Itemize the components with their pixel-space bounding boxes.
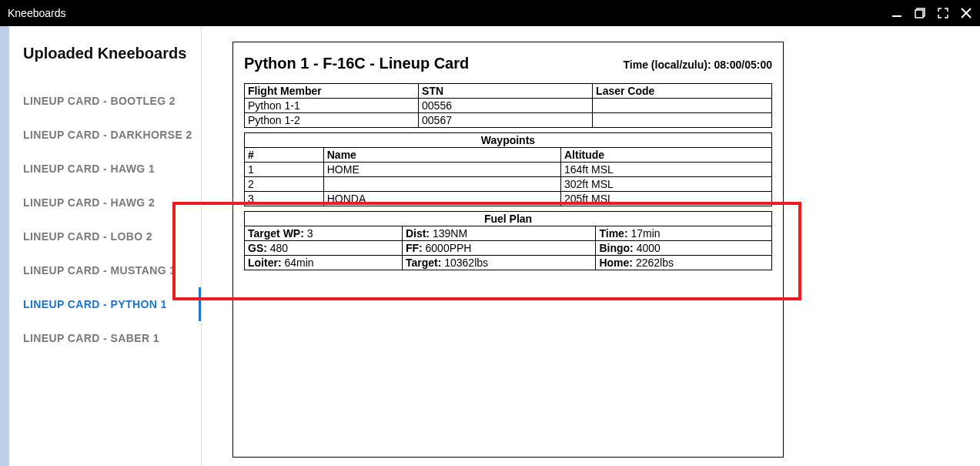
sidebar-item-saber-1[interactable]: LINEUP CARD - SABER 1 (23, 321, 201, 355)
cell-wp-alt: 164ft MSL (561, 163, 772, 177)
window-title: Kneeboards (8, 7, 66, 19)
sidebar-item-hawg-2[interactable]: LINEUP CARD - HAWG 2 (23, 186, 201, 220)
cell-time: Time: 17min (596, 226, 772, 241)
sidebar-item-lobo-2[interactable]: LINEUP CARD - LOBO 2 (23, 220, 201, 253)
cell-stn: 00567 (419, 113, 593, 128)
sidebar-item-label: LINEUP CARD - DARKHORSE 2 (23, 129, 192, 141)
col-wp-alt: Altitude (561, 148, 772, 163)
cell-wp-name: HONDA (323, 192, 560, 206)
lineup-card: Python 1 - F-16C - Lineup Card Time (loc… (232, 42, 784, 458)
card-time: Time (local/zulu): 08:00/05:00 (624, 59, 772, 71)
sidebar-item-label: LINEUP CARD - HAWG 2 (23, 196, 155, 209)
sidebar-item-label: LINEUP CARD - LOBO 2 (23, 230, 152, 243)
sidebar-item-python-1[interactable]: LINEUP CARD - PYTHON 1 (23, 287, 201, 321)
sidebar-item-mustang-1[interactable]: LINEUP CARD - MUSTANG 1 (23, 253, 201, 287)
sidebar-item-label: LINEUP CARD - HAWG 1 (23, 163, 155, 175)
minimize-icon[interactable] (891, 7, 903, 19)
table-row: Loiter: 64min Target: 10362lbs Home: 226… (245, 256, 772, 270)
flight-member-table: Flight Member STN Laser Code Python 1-1 … (244, 83, 772, 128)
fuel-header: Fuel Plan (245, 212, 772, 226)
cell-wp-alt: 205ft MSL (561, 192, 772, 206)
sidebar: Uploaded Kneeboards LINEUP CARD - BOOTLE… (9, 26, 202, 466)
col-wp-name: Name (323, 148, 560, 163)
waypoints-header: Waypoints (245, 133, 772, 148)
sidebar-item-hawg-1[interactable]: LINEUP CARD - HAWG 1 (23, 152, 201, 186)
table-row: 3 HONDA 205ft MSL (245, 192, 772, 206)
table-row: 1 HOME 164ft MSL (245, 163, 772, 177)
cell-member: Python 1-2 (245, 113, 419, 128)
cell-laser (593, 113, 772, 128)
restore-icon[interactable] (914, 7, 926, 19)
cell-member: Python 1-1 (245, 99, 419, 113)
cell-dist: Dist: 139NM (402, 226, 596, 241)
sidebar-item-label: LINEUP CARD - SABER 1 (23, 332, 159, 344)
cell-ff: FF: 6000PPH (402, 241, 596, 256)
cell-gs: GS: 480 (245, 241, 403, 256)
cell-loiter: Loiter: 64min (245, 256, 403, 270)
sidebar-item-darkhorse-2[interactable]: LINEUP CARD - DARKHORSE 2 (23, 118, 201, 152)
cell-wp-name (323, 177, 560, 192)
cell-wp-num: 3 (245, 192, 324, 206)
sidebar-item-label: LINEUP CARD - MUSTANG 1 (23, 264, 176, 277)
table-row: Target WP: 3 Dist: 139NM Time: 17min (245, 226, 772, 241)
col-laser-code: Laser Code (593, 84, 772, 99)
sidebar-item-bootleg-2[interactable]: LINEUP CARD - BOOTLEG 2 (23, 84, 201, 118)
sidebar-item-label: LINEUP CARD - BOOTLEG 2 (23, 95, 176, 107)
sidebar-title: Uploaded Kneeboards (23, 45, 201, 62)
cell-wp-alt: 302ft MSL (561, 177, 772, 192)
cell-stn: 00556 (419, 99, 593, 113)
waypoints-table: Waypoints # Name Altitude 1 HOME 164ft M… (244, 132, 772, 206)
cell-bingo: Bingo: 4000 (596, 241, 772, 256)
col-stn: STN (419, 84, 593, 99)
close-icon[interactable] (960, 7, 972, 19)
table-row: 2 302ft MSL (245, 177, 772, 192)
cell-home: Home: 2262lbs (596, 256, 772, 270)
titlebar: Kneeboards (0, 0, 980, 26)
col-wp-num: # (245, 148, 324, 163)
cell-wp-name: HOME (323, 163, 560, 177)
cell-target: Target: 10362lbs (402, 256, 596, 270)
card-title: Python 1 - F-16C - Lineup Card (244, 55, 469, 72)
svg-rect-2 (915, 10, 923, 18)
table-row: Python 1-2 00567 (245, 113, 772, 128)
window-controls (891, 7, 972, 19)
main-panel: Python 1 - F-16C - Lineup Card Time (loc… (202, 26, 980, 466)
table-row: GS: 480 FF: 6000PPH Bingo: 4000 (245, 241, 772, 256)
fuel-plan-table: Fuel Plan Target WP: 3 Dist: 139NM Time:… (244, 211, 772, 270)
cell-laser (593, 99, 772, 113)
fullscreen-icon[interactable] (937, 7, 949, 19)
table-row: Python 1-1 00556 (245, 99, 772, 113)
cell-wp-num: 2 (245, 177, 324, 192)
sidebar-item-label: LINEUP CARD - PYTHON 1 (23, 298, 167, 310)
cell-target-wp: Target WP: 3 (245, 226, 403, 241)
col-flight-member: Flight Member (245, 84, 419, 99)
cell-wp-num: 1 (245, 163, 324, 177)
